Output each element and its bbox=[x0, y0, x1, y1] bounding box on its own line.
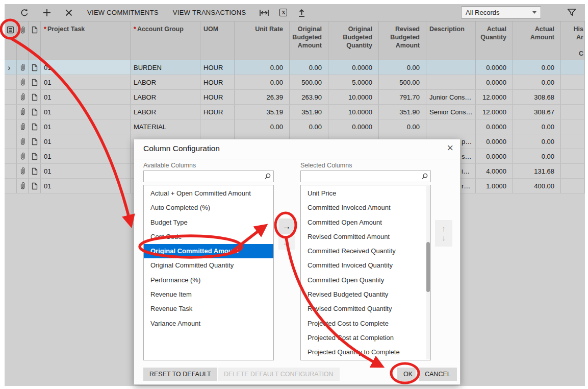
header-project-task[interactable]: *Project Task bbox=[41, 21, 131, 60]
header-revised-budgeted-amount[interactable]: Revised Budgeted Amount bbox=[379, 21, 426, 60]
available-columns-search[interactable] bbox=[143, 171, 274, 182]
attachment-cell[interactable] bbox=[17, 60, 29, 75]
ok-button[interactable]: OK bbox=[397, 368, 416, 381]
available-column-item[interactable]: Revenue Item bbox=[144, 287, 273, 302]
cell-project-task[interactable]: 01 bbox=[41, 149, 131, 163]
cell-uom[interactable]: HOUR bbox=[200, 90, 235, 104]
attachment-column-header[interactable] bbox=[17, 21, 29, 60]
cell-revised-budgeted-amount[interactable]: 791.70 bbox=[379, 90, 426, 104]
cell-truncated-column[interactable] bbox=[561, 105, 585, 119]
selected-column-item[interactable]: Unit Price bbox=[301, 186, 430, 201]
cell-project-task[interactable]: 01 bbox=[41, 75, 131, 89]
selected-column-item[interactable]: Revised Committed Quantity bbox=[301, 302, 430, 316]
attachment-cell[interactable] bbox=[17, 105, 29, 119]
header-unit-rate[interactable]: Unit Rate bbox=[235, 21, 290, 60]
move-right-button[interactable]: → bbox=[278, 218, 295, 234]
header-original-budgeted-amount[interactable]: Original Budgeted Amount bbox=[290, 21, 328, 60]
cell-project-task[interactable]: 01 bbox=[41, 90, 131, 104]
note-cell[interactable] bbox=[29, 179, 41, 193]
attachment-cell[interactable] bbox=[17, 179, 29, 193]
selected-column-item[interactable]: Projected Quantity to Complete bbox=[301, 345, 430, 359]
cell-actual-quantity[interactable]: 0.0000 bbox=[476, 134, 513, 149]
selected-column-item[interactable]: Committed Invoiced Quantity bbox=[301, 258, 430, 273]
cell-actual-amount[interactable]: 308.67 bbox=[513, 105, 561, 119]
cell-original-budgeted-quantity[interactable]: 0.0000 bbox=[328, 119, 379, 134]
selected-column-item[interactable]: Committed Open Amount bbox=[301, 215, 430, 230]
cell-actual-amount[interactable]: 0.00 bbox=[513, 119, 561, 134]
cell-uom[interactable]: HOUR bbox=[200, 75, 235, 89]
cell-original-budgeted-quantity[interactable]: 10.0000 bbox=[328, 105, 379, 119]
note-cell[interactable] bbox=[29, 119, 41, 134]
cell-project-task[interactable]: 01 bbox=[41, 134, 131, 149]
row-selector-cell[interactable] bbox=[5, 149, 17, 163]
cell-original-budgeted-amount[interactable]: 500.00 bbox=[290, 75, 328, 89]
header-uom[interactable]: UOM bbox=[200, 21, 235, 60]
header-description[interactable]: Description bbox=[426, 21, 476, 60]
cell-original-budgeted-quantity[interactable]: 0.0000 bbox=[328, 60, 379, 75]
view-transactions-button[interactable]: VIEW TRANSACTIONS bbox=[173, 9, 246, 16]
note-cell[interactable] bbox=[29, 134, 41, 149]
refresh-icon[interactable] bbox=[20, 8, 29, 17]
cell-actual-amount[interactable]: 0.00 bbox=[513, 134, 561, 149]
filter-icon[interactable] bbox=[567, 8, 577, 17]
upload-icon[interactable] bbox=[297, 8, 306, 17]
cell-unit-rate[interactable]: 0.00 bbox=[235, 75, 290, 89]
cell-truncated-column[interactable] bbox=[561, 60, 585, 75]
delete-row-icon[interactable] bbox=[65, 9, 73, 17]
add-row-icon[interactable] bbox=[42, 8, 52, 17]
cell-actual-amount[interactable]: 0.00 bbox=[513, 75, 561, 89]
records-filter-select[interactable]: All Records bbox=[461, 6, 541, 19]
cell-actual-quantity[interactable]: 0.0000 bbox=[476, 119, 513, 134]
row-selector-cell[interactable] bbox=[5, 179, 17, 193]
cell-revised-budgeted-amount[interactable]: 0.00 bbox=[379, 60, 426, 75]
table-row[interactable]: 01 LABOR HOUR 0.00 500.00 5.0000 500.00 … bbox=[5, 75, 585, 90]
cell-project-task[interactable]: 01 bbox=[41, 105, 131, 119]
cell-project-task[interactable]: 01 bbox=[41, 179, 131, 193]
row-selector-cell[interactable]: › bbox=[5, 60, 17, 75]
cell-truncated-column[interactable] bbox=[561, 90, 585, 104]
note-cell[interactable] bbox=[29, 90, 41, 104]
cell-actual-quantity[interactable]: 0.0000 bbox=[476, 149, 513, 163]
note-cell[interactable] bbox=[29, 75, 41, 89]
cell-truncated-column[interactable] bbox=[561, 75, 585, 89]
cell-actual-amount[interactable]: 308.68 bbox=[513, 90, 561, 104]
cell-truncated-column[interactable] bbox=[561, 149, 585, 163]
header-actual-quantity[interactable]: Actual Quantity bbox=[476, 21, 513, 60]
note-cell[interactable] bbox=[29, 60, 41, 75]
selected-column-item[interactable]: Committed Invoiced Amount bbox=[301, 201, 430, 215]
reset-to-default-button[interactable]: RESET TO DEFAULT bbox=[143, 368, 217, 381]
table-row[interactable]: 01 LABOR HOUR 26.39 263.90 10.0000 791.7… bbox=[5, 90, 585, 105]
cell-project-task[interactable]: 01 bbox=[41, 119, 131, 134]
cell-actual-quantity[interactable]: 1.0000 bbox=[476, 179, 513, 193]
header-account-group[interactable]: *Account Group bbox=[131, 21, 200, 60]
available-column-item[interactable]: Actual + Open Committed Amount bbox=[144, 186, 273, 201]
attachment-cell[interactable] bbox=[17, 90, 29, 104]
cell-revised-budgeted-amount[interactable]: 0.00 bbox=[379, 119, 426, 134]
cell-truncated-column[interactable] bbox=[561, 164, 585, 178]
note-cell[interactable] bbox=[29, 164, 41, 178]
view-commitments-button[interactable]: VIEW COMMITMENTS bbox=[87, 9, 159, 16]
cell-truncated-column[interactable] bbox=[561, 134, 585, 149]
close-icon[interactable]: × bbox=[447, 141, 453, 155]
cell-actual-quantity[interactable]: 0.0000 bbox=[476, 60, 513, 75]
selected-column-item[interactable]: Revised Committed Amount bbox=[301, 230, 430, 244]
scrollbar-thumb[interactable] bbox=[426, 242, 430, 292]
cell-actual-quantity[interactable]: 4.0000 bbox=[476, 164, 513, 178]
cell-uom[interactable]: HOUR bbox=[200, 60, 235, 75]
cell-unit-rate[interactable]: 26.39 bbox=[235, 90, 290, 104]
cell-description[interactable] bbox=[426, 60, 476, 75]
note-cell[interactable] bbox=[29, 105, 41, 119]
cell-description[interactable]: Junior Cons… bbox=[426, 90, 476, 104]
cancel-button[interactable]: CANCEL bbox=[419, 368, 457, 381]
cell-description[interactable] bbox=[426, 119, 476, 134]
cell-actual-quantity[interactable]: 12.0000 bbox=[476, 105, 513, 119]
cell-unit-rate[interactable]: 0.00 bbox=[235, 119, 290, 134]
cell-actual-amount[interactable]: 0.00 bbox=[513, 149, 561, 163]
header-truncated-column[interactable]: His Ar C bbox=[561, 21, 585, 60]
cell-description[interactable]: Senior Cons… bbox=[426, 105, 476, 119]
attachment-cell[interactable] bbox=[17, 164, 29, 178]
header-original-budgeted-quantity[interactable]: Original Budgeted Quantity bbox=[328, 21, 379, 60]
cell-account-group[interactable]: MATERIAL bbox=[131, 119, 200, 134]
selected-columns-search[interactable] bbox=[300, 171, 431, 182]
attachment-cell[interactable] bbox=[17, 134, 29, 149]
